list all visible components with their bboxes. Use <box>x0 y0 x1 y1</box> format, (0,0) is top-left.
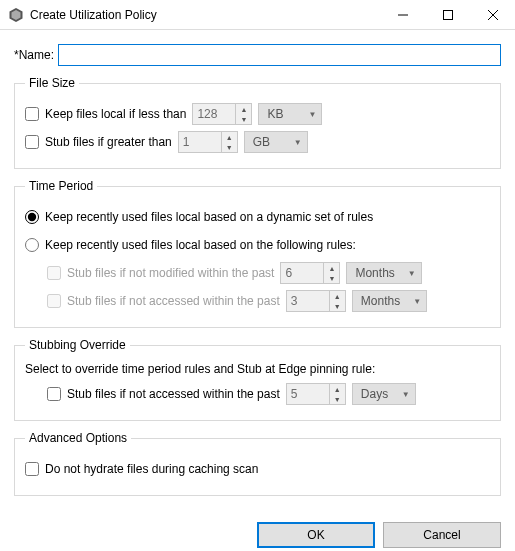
not-modified-unit-combo: Months ▼ <box>346 262 421 284</box>
override-not-accessed-label: Stub files if not accessed within the pa… <box>67 387 280 401</box>
time-rules-label: Keep recently used files local based on … <box>45 238 356 252</box>
title-bar: Create Utilization Policy <box>0 0 515 30</box>
not-accessed-checkbox <box>47 294 61 308</box>
stub-greater-label: Stub files if greater than <box>45 135 172 149</box>
name-label: *Name: <box>14 48 54 62</box>
not-modified-checkbox <box>47 266 61 280</box>
name-input[interactable] <box>58 44 501 66</box>
chevron-down-icon: ▼ <box>303 110 321 119</box>
app-icon <box>8 7 24 23</box>
svg-rect-3 <box>443 10 452 19</box>
override-not-accessed-checkbox[interactable] <box>47 387 61 401</box>
ok-button[interactable]: OK <box>257 522 375 548</box>
time-dynamic-radio[interactable] <box>25 210 39 224</box>
time-period-group: Time Period Keep recently used files loc… <box>14 179 501 328</box>
file-size-legend: File Size <box>25 76 79 90</box>
not-accessed-unit-combo: Months ▼ <box>352 290 427 312</box>
not-modified-label: Stub files if not modified within the pa… <box>67 266 274 280</box>
file-size-group: File Size Keep files local if less than … <box>14 76 501 169</box>
cancel-button[interactable]: Cancel <box>383 522 501 548</box>
minimize-button[interactable] <box>380 0 425 30</box>
keep-local-unit-combo[interactable]: KB ▼ <box>258 103 322 125</box>
no-hydrate-checkbox[interactable] <box>25 462 39 476</box>
advanced-options-legend: Advanced Options <box>25 431 131 445</box>
keep-local-checkbox[interactable] <box>25 107 39 121</box>
not-accessed-value-spinner: 3 ▲▼ <box>286 290 346 312</box>
chevron-down-icon: ▼ <box>397 390 415 399</box>
override-value-spinner[interactable]: 5 ▲▼ <box>286 383 346 405</box>
stub-greater-value-spinner[interactable]: 1 ▲▼ <box>178 131 238 153</box>
no-hydrate-label: Do not hydrate files during caching scan <box>45 462 258 476</box>
stub-greater-checkbox[interactable] <box>25 135 39 149</box>
close-button[interactable] <box>470 0 515 30</box>
keep-local-label: Keep files local if less than <box>45 107 186 121</box>
time-period-legend: Time Period <box>25 179 97 193</box>
window-title: Create Utilization Policy <box>30 8 380 22</box>
not-modified-value-spinner: 6 ▲▼ <box>280 262 340 284</box>
chevron-down-icon: ▼ <box>408 297 426 306</box>
stubbing-override-legend: Stubbing Override <box>25 338 130 352</box>
override-desc: Select to override time period rules and… <box>25 362 490 376</box>
chevron-down-icon: ▼ <box>289 138 307 147</box>
time-dynamic-label: Keep recently used files local based on … <box>45 210 373 224</box>
not-accessed-label: Stub files if not accessed within the pa… <box>67 294 280 308</box>
stub-greater-unit-combo[interactable]: GB ▼ <box>244 131 308 153</box>
chevron-down-icon: ▼ <box>403 269 421 278</box>
time-rules-radio[interactable] <box>25 238 39 252</box>
keep-local-value-spinner[interactable]: 128 ▲▼ <box>192 103 252 125</box>
stubbing-override-group: Stubbing Override Select to override tim… <box>14 338 501 421</box>
advanced-options-group: Advanced Options Do not hydrate files du… <box>14 431 501 496</box>
maximize-button[interactable] <box>425 0 470 30</box>
override-unit-combo[interactable]: Days ▼ <box>352 383 416 405</box>
